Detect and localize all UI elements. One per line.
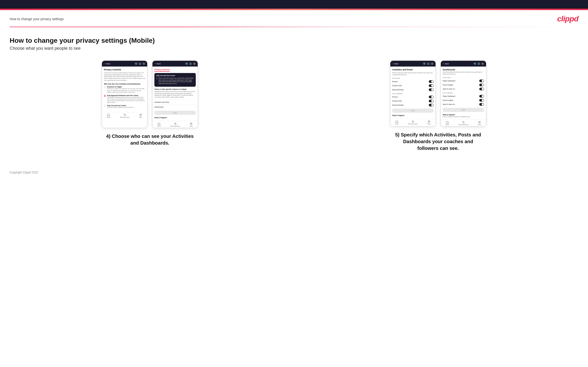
search-icon-2[interactable]: 🔍	[185, 62, 188, 65]
settings-icon-3[interactable]: ⚙	[431, 62, 434, 65]
popup-desc: Only you and the coaches you connect wit…	[158, 77, 194, 85]
people-icon-4[interactable]: 👥	[477, 62, 480, 65]
screen4-topbar: ‹< Back 🔍 👥 ⚙	[441, 61, 486, 67]
screen-4: ‹< Back 🔍 👥 ⚙ Dashboards Select the dash…	[441, 60, 486, 126]
search-icon-3[interactable]: 🔍	[423, 62, 426, 65]
radio-circle-3	[104, 105, 106, 107]
screen4-coaches-header: COACHES	[443, 77, 484, 78]
list-item-dashboards[interactable]: Dashboards ›	[154, 104, 196, 109]
nav-menu-label-1: Menu	[139, 117, 143, 118]
back-button-2[interactable]: ‹< Back	[154, 63, 161, 65]
nav-menu-2[interactable]: Menu	[190, 122, 193, 127]
nav-perf-4[interactable]: My Performance	[459, 121, 468, 125]
nav-home-2[interactable]: Home	[157, 122, 161, 127]
screen2-tab[interactable]: Privacy Controls	[154, 68, 170, 72]
nav-perf-3[interactable]: My Performance	[408, 120, 418, 125]
screen4-coach-player-toggle[interactable]	[479, 80, 484, 82]
screen3-follower-rounds-toggle[interactable]	[429, 96, 434, 98]
topbar-icons-4: 🔍 👥 ⚙	[474, 62, 484, 65]
back-button-4[interactable]: ‹< Back	[443, 63, 449, 65]
topbar-icons-3: 🔍 👥 ⚙	[423, 62, 434, 65]
screenshot-pair-2: ‹< Back 🔍 👥 ⚙ Activities and Posts Selec…	[390, 60, 486, 126]
nav-perf-1[interactable]: My Performance	[120, 113, 130, 118]
nav-home-3[interactable]: Home	[395, 120, 399, 125]
screen4-coach-roundinsights-toggle[interactable]	[479, 83, 484, 86]
screen1-sub-title: Who Can See Your Activities and Dashboar…	[104, 83, 145, 85]
screen4-follower-roundinsights-toggle[interactable]	[479, 99, 484, 102]
list-item-activities[interactable]: Activities and Posts ›	[154, 100, 196, 104]
caption-1: 4) Choose who can see your Activities an…	[104, 133, 196, 146]
search-icon-4[interactable]: 🔍	[474, 62, 476, 65]
people-icon-3[interactable]: 👥	[427, 62, 430, 65]
screen4-follower-workOn-label: What To Work On	[443, 103, 455, 105]
people-icon-1[interactable]: 👥	[138, 62, 141, 65]
radio-desc-2: Only approved followers and coaches you …	[107, 97, 145, 103]
screen4-follower-player: Player Dashboard	[443, 94, 484, 98]
screenshot-pair-1: ‹< Back 🔍 👥 ⚙ Privacy Controls Control h…	[102, 60, 198, 128]
screen3-followers-header: FOLLOWERS	[392, 93, 434, 94]
help-support-2: Help & Support	[154, 117, 196, 118]
screen2-body: Privacy Controls Only You and Your Coach…	[153, 67, 198, 121]
nav-menu-1[interactable]: Menu	[139, 113, 143, 118]
screen4-follower-workOn-toggle[interactable]	[479, 103, 484, 106]
chevron-activities: ›	[195, 101, 196, 103]
search-icon-1[interactable]: 🔍	[135, 62, 138, 65]
back-label-3: < Back	[393, 63, 398, 65]
breadcrumb: How to change your privacy settings	[10, 17, 64, 21]
nav-perf-label-4: My Performance	[459, 124, 468, 125]
screen3-coach-drills: Practice Drills	[392, 83, 434, 88]
screen4-section-title: Dashboards	[443, 68, 484, 71]
help-support-3: Help & Support	[392, 115, 434, 116]
radio-option-3[interactable]: Only You and Your Coach Only you and the…	[104, 105, 145, 108]
show-hide-desc: Regardless of the privacy controls that …	[154, 91, 196, 98]
screen3-coach-manual: Manual Activities	[392, 88, 434, 92]
nav-home-label-4: Home	[446, 124, 449, 125]
screen-1: ‹< Back 🔍 👥 ⚙ Privacy Controls Control h…	[102, 60, 147, 128]
screen3-coach-drills-toggle[interactable]	[429, 84, 434, 87]
screen3-follower-manual-label: Manual Activities	[392, 104, 404, 106]
settings-icon-1[interactable]: ⚙	[142, 62, 145, 65]
nav-menu-4[interactable]: Menu	[478, 121, 481, 125]
radio-label-2: Only Approved Followers and Your Coach	[107, 95, 145, 96]
people-icon-2[interactable]: 👥	[189, 62, 192, 65]
radio-option-2[interactable]: Only Approved Followers and Your Coach O…	[104, 95, 145, 103]
nav-home-4[interactable]: Home	[446, 121, 449, 125]
radio-option-2-text: Only Approved Followers and Your Coach O…	[107, 95, 145, 103]
save-button-3[interactable]: Save	[392, 108, 434, 113]
screen3-section-desc: Select the types of activity that you'd …	[392, 72, 434, 76]
nav-perf-2[interactable]: My Performance	[171, 122, 180, 127]
nav-menu-3[interactable]: Menu	[427, 120, 431, 125]
radio-label-3: Only You and Your Coach	[107, 105, 134, 106]
screen4-coach-workOn-toggle[interactable]	[479, 88, 484, 90]
screen4-follower-player-toggle[interactable]	[479, 95, 484, 98]
screen2-topbar: ‹< Back 🔍 👥 ⚙	[153, 61, 198, 67]
topbar-icons-2: 🔍 👥 ⚙	[185, 62, 196, 65]
settings-icon-4[interactable]: ⚙	[481, 62, 484, 65]
screen1-section-desc: Control how you and your data appears to…	[104, 72, 145, 81]
screen3-follower-drills: Practice Drills	[392, 99, 434, 103]
screen3-coach-manual-toggle[interactable]	[429, 88, 434, 91]
main-content: How to change your privacy settings (Mob…	[0, 27, 588, 166]
nav-home-1[interactable]: Home	[107, 113, 110, 118]
back-button-1[interactable]: ‹< Back	[104, 63, 110, 65]
screen3-coach-rounds-toggle[interactable]	[429, 80, 434, 83]
radio-label-1: Everyone on Clippd	[107, 86, 145, 88]
screen3-follower-manual: Manual Activities	[392, 103, 434, 107]
back-label-4: < Back	[444, 63, 449, 65]
screen3-section-title: Activities and Posts	[392, 68, 434, 71]
save-button-2[interactable]: Save	[154, 111, 196, 115]
help-support-4-desc: Visit our Clippd community to troublesho…	[443, 116, 484, 117]
screen1-topbar: ‹< Back 🔍 👥 ⚙	[102, 61, 147, 67]
screen3-follower-manual-toggle[interactable]	[429, 104, 434, 106]
back-button-3[interactable]: ‹< Back	[392, 63, 398, 65]
screen3-follower-drills-toggle[interactable]	[429, 100, 434, 102]
popup-radio-circle	[156, 78, 158, 79]
nav-home-label-2: Home	[157, 125, 161, 127]
settings-icon-2[interactable]: ⚙	[193, 62, 196, 65]
screen4-follower-workOn: What To Work On	[443, 102, 484, 106]
screen3-body: Activities and Posts Select the types of…	[390, 67, 435, 119]
save-button-4[interactable]: Save	[443, 108, 484, 112]
caption-2: 5) Specify which Activities, Posts and D…	[392, 131, 484, 151]
radio-option-1[interactable]: Everyone on Clippd Everyone on Clippd ca…	[104, 86, 145, 93]
nav-perf-label-1: My Performance	[120, 117, 130, 118]
